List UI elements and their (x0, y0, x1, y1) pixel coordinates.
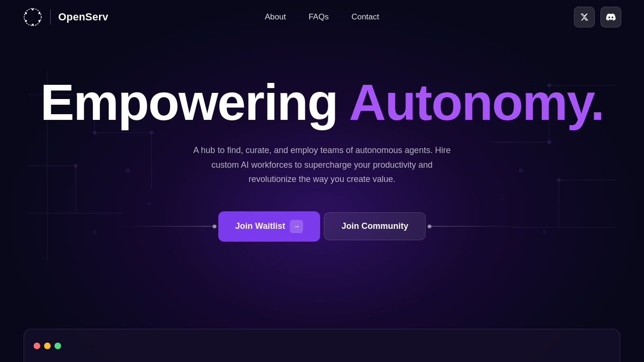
join-waitlist-button[interactable]: Join Waitlist → (218, 211, 320, 242)
bottom-card (24, 329, 620, 362)
logo-icon (23, 7, 43, 27)
waitlist-label: Join Waitlist (235, 221, 285, 231)
navbar: OpenServ About FAQs Contact (0, 0, 644, 34)
community-label: Join Community (341, 221, 408, 231)
svg-point-27 (24, 9, 41, 26)
window-dot-green (54, 343, 61, 349)
window-dot-red (34, 343, 40, 349)
discord-button[interactable] (600, 7, 621, 27)
join-community-button[interactable]: Join Community (324, 212, 426, 240)
svg-point-33 (25, 12, 27, 14)
brand-name: OpenServ (58, 11, 108, 23)
svg-point-32 (25, 20, 27, 22)
hero-title-white: Empowering (40, 73, 338, 131)
nav-social (574, 7, 621, 27)
window-dot-yellow (44, 343, 51, 349)
svg-point-31 (32, 24, 34, 26)
hero-cta-group: Join Waitlist → Join Community (122, 211, 522, 242)
nav-divider (50, 9, 51, 25)
svg-point-30 (38, 20, 40, 22)
hero-section: Empowering Autonomy. A hub to find, cura… (0, 34, 644, 242)
nav-link-faqs[interactable]: FAQs (309, 12, 329, 22)
twitter-button[interactable] (574, 7, 595, 27)
nav-link-contact[interactable]: Contact (351, 12, 379, 22)
nav-brand-area: OpenServ (23, 7, 108, 27)
line-decoration-right (428, 226, 522, 226)
hero-title: Empowering Autonomy. (40, 77, 604, 128)
hero-subtitle: A hub to find, curate, and employ teams … (189, 143, 455, 187)
nav-links: About FAQs Contact (265, 12, 379, 22)
hero-title-purple: Autonomy. (349, 73, 604, 131)
svg-point-28 (32, 9, 34, 10)
arrow-icon: → (290, 220, 303, 233)
line-decoration-left (122, 226, 216, 226)
nav-link-about[interactable]: About (265, 12, 286, 22)
svg-point-29 (38, 12, 40, 14)
